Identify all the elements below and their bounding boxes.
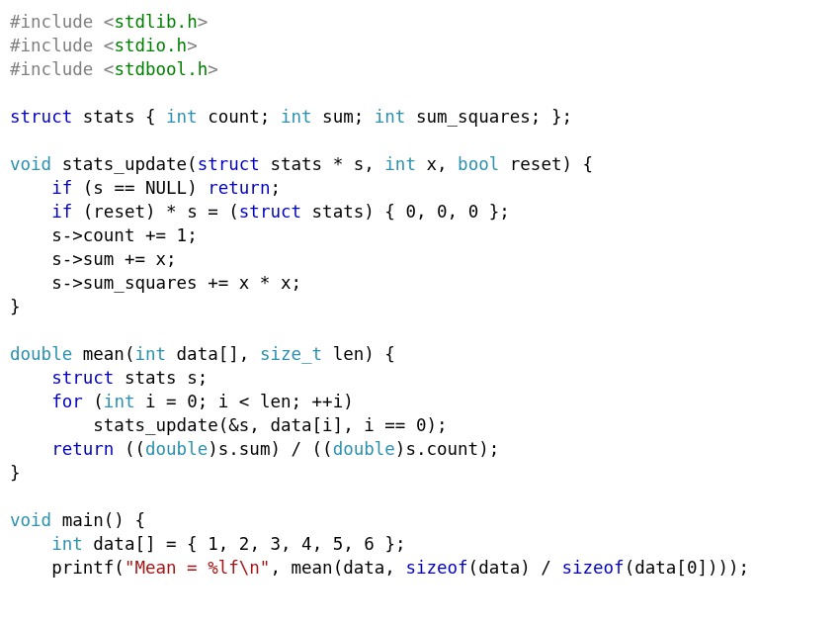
code-token: 0 — [416, 415, 427, 435]
code-token: stdlib.h — [114, 12, 197, 32]
code-token: double — [10, 344, 72, 364]
code-token: < — [104, 12, 115, 32]
code-token: 2 — [239, 534, 250, 554]
code-token: stats_update( — [51, 154, 198, 174]
code-line: stats_update(&s, data[i], i == 0); — [10, 415, 448, 435]
code-token: size_t — [260, 344, 322, 364]
code-token: #include — [10, 36, 104, 55]
code-token: ; i < len; ++i) — [198, 392, 354, 411]
code-token: ( — [83, 392, 104, 411]
code-token: > — [187, 36, 198, 55]
code-token: struct — [198, 154, 260, 174]
code-token: ; — [187, 225, 198, 245]
code-token: return — [51, 439, 114, 459]
code-token: data[], — [166, 344, 260, 364]
code-token: }; — [478, 202, 510, 222]
code-token — [10, 392, 51, 411]
code-line: s->sum_squares += x * x; — [10, 273, 301, 293]
code-token: int — [104, 392, 135, 411]
code-token: sum_squares; }; — [405, 107, 572, 127]
code-token: (s == NULL) — [72, 178, 208, 198]
code-token: 1 — [177, 225, 188, 245]
code-token: int — [375, 107, 406, 127]
code-line: s->sum += x; — [10, 249, 177, 269]
code-token: 6 — [364, 534, 375, 554]
code-token: 0 — [468, 202, 479, 222]
code-line: } — [10, 297, 21, 316]
code-token: stdbool.h — [114, 59, 208, 79]
code-token: 5 — [333, 534, 344, 554]
code-token: s->sum += x; — [10, 249, 177, 269]
code-token: 0 — [687, 558, 698, 578]
code-line: int data[] = { 1, 2, 3, 4, 5, 6 }; — [10, 534, 405, 554]
code-listing: #include <stdlib.h> #include <stdio.h> #… — [10, 10, 830, 580]
code-token: ); — [426, 415, 447, 435]
code-line: struct stats { int count; int sum; int s… — [10, 107, 572, 127]
code-token: return — [208, 178, 270, 198]
code-token: (( — [114, 439, 145, 459]
code-token: struct — [51, 368, 114, 388]
code-token: } — [10, 297, 21, 316]
code-token: , — [249, 534, 270, 554]
code-line: double mean(int data[], size_t len) { — [10, 344, 395, 364]
code-token: stats_update(&s, data[i], i == — [10, 415, 416, 435]
code-token: "Mean = %lf\n" — [125, 558, 271, 578]
code-line: for (int i = 0; i < len; ++i) — [10, 392, 354, 411]
code-token: } — [10, 463, 21, 483]
code-token: data[] = { — [83, 534, 208, 554]
code-token: if — [51, 178, 72, 198]
code-token: int — [281, 107, 312, 127]
code-token: void — [10, 510, 51, 530]
code-token: mean( — [72, 344, 134, 364]
code-token: i = — [134, 392, 187, 411]
code-token: struct — [239, 202, 301, 222]
code-token: if — [51, 202, 72, 222]
code-token: stats) { — [301, 202, 405, 222]
code-line: void main() { — [10, 510, 145, 530]
code-token: printf( — [10, 558, 125, 578]
code-line: s->count += 1; — [10, 225, 198, 245]
code-token: s->count += — [10, 225, 177, 245]
code-token: > — [198, 12, 209, 32]
code-token — [10, 534, 51, 554]
code-token — [10, 202, 51, 222]
code-token: 3 — [270, 534, 281, 554]
code-token: 4 — [301, 534, 312, 554]
code-token: int — [384, 154, 416, 174]
code-token: , — [416, 202, 437, 222]
code-token: count; — [198, 107, 281, 127]
code-token: int — [51, 534, 83, 554]
code-token: #include — [10, 59, 104, 79]
code-token: (reset) * s = ( — [72, 202, 239, 222]
code-token: < — [104, 36, 115, 55]
code-token: sum; — [312, 107, 375, 127]
code-token: sizeof — [405, 558, 467, 578]
code-token: #include — [10, 12, 104, 32]
code-token: (data[ — [625, 558, 687, 578]
code-token: int — [166, 107, 198, 127]
code-token: < — [104, 59, 115, 79]
code-token: , — [281, 534, 301, 554]
code-token: double — [145, 439, 208, 459]
code-token: 0 — [405, 202, 416, 222]
code-token: > — [208, 59, 218, 79]
code-token: bool — [458, 154, 499, 174]
code-line: struct stats s; — [10, 368, 208, 388]
code-token: , — [312, 534, 333, 554]
code-token: }; — [375, 534, 406, 554]
code-line: return ((double)s.sum) / ((double)s.coun… — [10, 439, 499, 459]
code-token: stdio.h — [114, 36, 187, 55]
code-token: ; — [270, 178, 281, 198]
code-token: double — [333, 439, 395, 459]
code-token — [10, 368, 51, 388]
code-token: for — [51, 392, 83, 411]
code-line: #include <stdlib.h> — [10, 12, 208, 32]
code-token: main() { — [51, 510, 145, 530]
code-token: (data) / — [468, 558, 562, 578]
code-token: sizeof — [561, 558, 624, 578]
code-line: } — [10, 463, 21, 483]
code-token: stats * s, — [260, 154, 384, 174]
code-token: 0 — [187, 392, 198, 411]
code-token: void — [10, 154, 51, 174]
code-token: len) { — [322, 344, 395, 364]
